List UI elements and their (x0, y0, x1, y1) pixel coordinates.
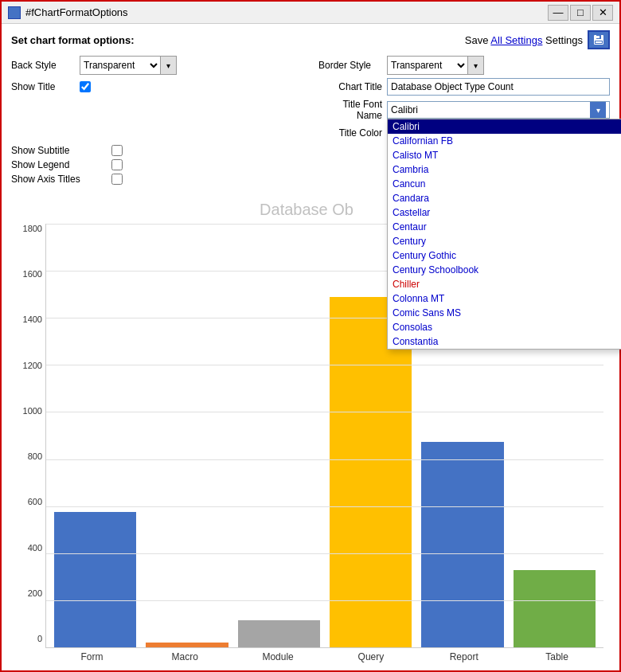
border-style-select-wrapper: Transparent Normal Solid ▾ (387, 56, 484, 75)
show-title-checkbox[interactable] (80, 81, 91, 92)
back-style-dropdown-arrow[interactable]: ▾ (160, 57, 176, 74)
y-label-0: 0 (10, 634, 42, 643)
font-list-scroll[interactable]: Calibri Californian FB Calisto MT Cambri… (388, 119, 621, 349)
y-label-1000: 1000 (10, 406, 42, 416)
font-option-century-gothic[interactable]: Century Gothic (388, 248, 621, 263)
font-option-cancun[interactable]: Cancun (388, 177, 621, 191)
back-style-row: Back Style Transparent Normal ▾ (11, 56, 303, 75)
border-style-row: Border Style Transparent Normal Solid ▾ (318, 56, 610, 75)
bar-col-macro (141, 227, 232, 647)
y-axis: 1800 1600 1400 1200 1000 800 600 400 200… (10, 224, 45, 662)
window-icon (8, 6, 21, 19)
title-color-label: Title Color (318, 127, 382, 139)
y-label-1800: 1800 (10, 224, 42, 233)
title-font-select-wrapper: Calibri ▾ Calibri Californian FB Calisto… (387, 101, 610, 119)
show-title-row: Show Title (11, 81, 303, 92)
title-bar-left: #fChartFormatOptions (8, 6, 128, 19)
bar-query (330, 297, 412, 647)
y-label-800: 800 (10, 451, 42, 461)
chart-title-input[interactable] (387, 78, 610, 96)
bar-form (54, 512, 136, 647)
title-font-row: Title Font Name Calibri ▾ Calibri C (318, 99, 610, 121)
y-label-1400: 1400 (10, 315, 42, 324)
save-disk-icon (592, 33, 605, 46)
x-axis: Form Macro Module Query Report Table (45, 651, 603, 662)
x-label-form: Form (45, 651, 139, 662)
bar-col-module (233, 227, 325, 647)
bar-report (421, 442, 503, 647)
title-font-area: Title Font Name Calibri ▾ Calibri C (11, 99, 610, 121)
window-title: #fChartFormatOptions (25, 6, 128, 18)
bar-macro (146, 643, 228, 647)
font-option-centaur[interactable]: Centaur (388, 220, 621, 234)
svg-rect-3 (596, 36, 600, 38)
chevron-down-icon: ▾ (596, 106, 600, 115)
font-option-calisto-mt[interactable]: Calisto MT (388, 148, 621, 162)
font-dropdown-content: Calibri Californian FB Calisto MT Cambri… (388, 119, 621, 349)
x-label-macro: Macro (139, 651, 232, 662)
save-label: Save All Settings Settings (465, 34, 583, 46)
y-label-400: 400 (10, 543, 42, 553)
show-axis-titles-label: Show Axis Titles (11, 174, 107, 185)
show-legend-checkbox[interactable] (111, 159, 123, 170)
save-all-area: Save All Settings Settings (465, 30, 610, 49)
save-all-link[interactable]: All Settings (490, 34, 542, 46)
font-option-candara[interactable]: Candara (388, 191, 621, 205)
font-option-californian-fb[interactable]: Californian FB (388, 134, 621, 148)
close-button[interactable]: ✕ (592, 5, 613, 21)
back-style-select-wrapper: Transparent Normal ▾ (80, 56, 177, 75)
show-axis-titles-checkbox[interactable] (111, 174, 123, 185)
x-label-module: Module (232, 651, 325, 662)
font-option-comic-sans[interactable]: Comic Sans MS (388, 306, 621, 320)
bar-col-form (49, 227, 141, 647)
bar-table (514, 570, 596, 647)
title-font-dropdown-btn[interactable]: ▾ (590, 102, 606, 118)
show-title-label: Show Title (11, 81, 75, 92)
title-controls: — □ ✕ (548, 5, 613, 21)
font-option-constantia[interactable]: Constantia (388, 334, 621, 349)
svg-rect-4 (596, 41, 602, 43)
font-option-century[interactable]: Century (388, 234, 621, 248)
font-option-consolas[interactable]: Consolas (388, 320, 621, 334)
set-chart-label: Set chart format options: (11, 34, 135, 46)
border-style-select[interactable]: Transparent Normal Solid (388, 57, 467, 74)
font-option-cambria[interactable]: Cambria (388, 162, 621, 177)
x-label-report: Report (417, 651, 510, 662)
save-icon-button[interactable] (588, 30, 610, 49)
main-window: #fChartFormatOptions — □ ✕ Set chart for… (0, 0, 621, 672)
title-font-label: Title Font Name (318, 99, 382, 121)
controls-area: Set chart format options: Save All Setti… (2, 24, 619, 193)
title-font-value[interactable]: Calibri ▾ (387, 101, 610, 119)
maximize-button[interactable]: □ (570, 5, 591, 21)
chart-title-label: Chart Title (318, 81, 382, 92)
y-label-200: 200 (10, 588, 42, 598)
back-style-label: Back Style (11, 60, 75, 71)
y-label-600: 600 (10, 497, 42, 506)
selected-font-text: Calibri (391, 104, 418, 115)
chart-title-row: Chart Title (318, 78, 610, 96)
title-bar: #fChartFormatOptions — □ ✕ (2, 2, 619, 24)
border-style-dropdown-arrow[interactable]: ▾ (467, 57, 483, 74)
back-style-select[interactable]: Transparent Normal (80, 57, 160, 74)
font-option-century-schoolbook[interactable]: Century Schoolbook (388, 263, 621, 277)
font-dropdown-list: Calibri Californian FB Calisto MT Cambri… (387, 119, 621, 350)
font-option-chiller[interactable]: Chiller (388, 277, 621, 291)
bar-module (238, 620, 320, 647)
show-legend-label: Show Legend (11, 159, 107, 170)
border-style-label: Border Style (318, 60, 382, 71)
show-subtitle-checkbox[interactable] (111, 145, 123, 156)
y-label-1200: 1200 (10, 361, 42, 370)
y-label-1600: 1600 (10, 269, 42, 279)
font-option-calibri[interactable]: Calibri (388, 119, 621, 134)
x-label-query: Query (324, 651, 417, 662)
show-subtitle-label: Show Subtitle (11, 145, 107, 156)
font-option-castellar[interactable]: Castellar (388, 205, 621, 220)
x-label-table: Table (510, 651, 603, 662)
minimize-button[interactable]: — (548, 5, 568, 21)
font-option-colonna-mt[interactable]: Colonna MT (388, 291, 621, 306)
